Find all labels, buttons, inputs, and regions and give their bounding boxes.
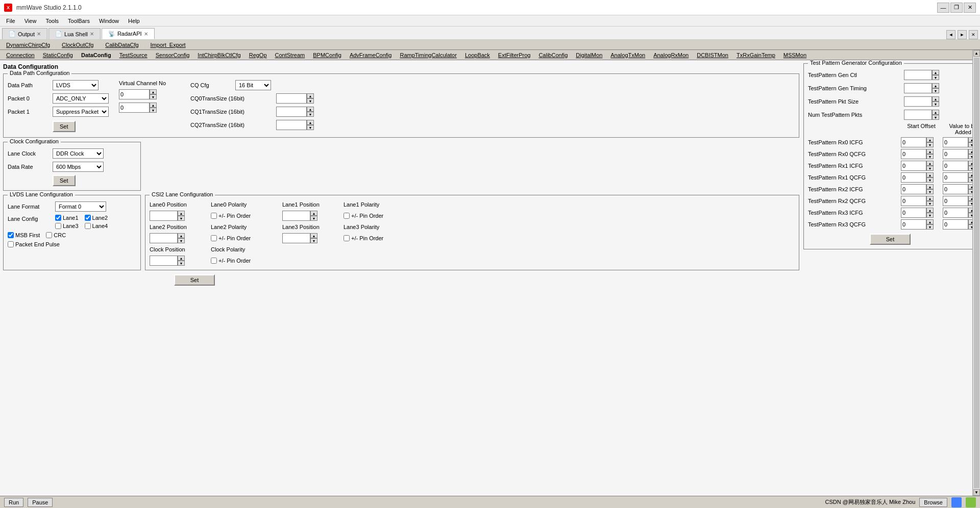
tp-start-0-input[interactable] [901,137,926,147]
section-tab-ramp[interactable]: RampTimingCalculator [396,52,460,59]
lane1-pos-up[interactable]: ▲ [310,211,317,216]
lane2-pol-check-label[interactable]: +/- Pin Order [211,235,282,241]
cq2-down[interactable]: ▼ [307,125,314,130]
lane4-checkbox-label[interactable]: Lane4 [85,223,108,229]
restore-button[interactable]: ❐ [950,3,963,13]
cq0-up[interactable]: ▲ [307,93,314,98]
tab-output-close[interactable]: ✕ [37,31,41,37]
section-tab-calibconfig[interactable]: CalibConfig [534,52,572,59]
tp-start-3-up[interactable]: ▲ [926,172,934,177]
clock-pos-up[interactable]: ▲ [178,256,185,261]
lane1-checkbox[interactable] [55,215,61,221]
tp-value-6-input[interactable] [943,208,968,218]
lane1-pol-checkbox[interactable] [344,213,350,219]
lane3-pos-input[interactable]: 5 [282,233,310,243]
tab-luashell-close[interactable]: ✕ [90,31,94,37]
tp-start-7-up[interactable]: ▲ [926,219,934,224]
section-tab-regop[interactable]: RegOp [245,52,271,59]
menu-toolbars[interactable]: ToolBars [64,17,94,25]
cq2-input[interactable]: 72 [276,120,307,130]
tab-close-all[interactable]: ✕ [969,30,978,39]
lane3-checkbox-label[interactable]: Lane3 [55,223,79,229]
section-tab-connection[interactable]: Connection [2,52,39,59]
lane1-pol-check-label[interactable]: +/- Pin Order [344,213,415,219]
tab-scroll-right[interactable]: ► [958,30,967,39]
tp-start-1-down[interactable]: ▼ [926,154,934,159]
lane3-pos-down[interactable]: ▼ [310,238,317,243]
menu-help[interactable]: Help [124,17,144,25]
lane4-checkbox[interactable] [85,223,91,229]
lane2-pol-checkbox[interactable] [211,235,217,241]
lane0-pos-input[interactable]: 1 [150,211,178,221]
clock-pol-check-label[interactable]: +/- Pin Order [211,258,282,264]
tab-radarapi[interactable]: 📡 RadarAPI ✕ [102,28,155,39]
menu-window[interactable]: Window [95,17,123,25]
pkt-size-input[interactable]: 0 [904,96,932,107]
tp-value-1-input[interactable] [943,149,968,159]
gen-ctl-down[interactable]: ▼ [932,75,939,80]
tp-start-5-up[interactable]: ▲ [926,196,934,201]
scroll-down-arrow[interactable]: ▼ [973,489,980,496]
data-path-set-button[interactable]: Set [53,121,76,132]
menu-file[interactable]: File [2,17,19,25]
cq1-down[interactable]: ▼ [307,112,314,117]
lane2-checkbox[interactable] [85,215,91,221]
tp-start-6-down[interactable]: ▼ [926,213,934,218]
packet1-select[interactable]: Suppress Packet [53,107,109,117]
cq2-up[interactable]: ▲ [307,120,314,125]
lane1-checkbox-label[interactable]: Lane1 [55,215,79,221]
data-path-select[interactable]: LVDS [53,80,99,90]
tp-start-1-up[interactable]: ▲ [926,149,934,154]
tp-set-button[interactable]: Set [870,234,911,245]
tp-start-2-up[interactable]: ▲ [926,161,934,166]
tp-value-4-input[interactable] [943,184,968,194]
num-pkts-down[interactable]: ▼ [932,115,939,120]
scroll-thumb[interactable] [974,58,979,488]
tp-start-0-up[interactable]: ▲ [926,137,934,142]
tp-start-4-input[interactable] [901,184,926,194]
crc-checkbox[interactable] [46,232,52,238]
lane2-pos-up[interactable]: ▲ [178,233,185,238]
run-button[interactable]: Run [4,498,23,507]
clock-pos-input[interactable]: 3 [150,256,178,266]
tab-radarapi-close[interactable]: ✕ [144,31,148,37]
lane0-pol-checkbox[interactable] [211,213,217,219]
tp-start-3-down[interactable]: ▼ [926,177,934,183]
tp-value-5-input[interactable] [943,196,968,206]
tab-output[interactable]: 📄 Output ✕ [2,28,47,39]
bit-select[interactable]: 16 Bit [235,80,271,90]
clock-pos-down[interactable]: ▼ [178,261,185,266]
lane3-pol-checkbox[interactable] [344,235,350,241]
tab-scroll-left[interactable]: ◄ [946,30,955,39]
msb-first-label[interactable]: MSB First [8,232,40,238]
lane1-pos-down[interactable]: ▼ [310,216,317,221]
tp-start-5-down[interactable]: ▼ [926,201,934,206]
main-scrollbar[interactable]: ▲ ▼ [972,50,980,496]
packet1-spinner-input[interactable] [119,103,150,113]
lane0-pos-down[interactable]: ▼ [178,216,185,221]
lane3-pol-check-label[interactable]: +/- Pin Order [344,235,415,241]
pkt-size-up[interactable]: ▲ [932,96,939,101]
section-tab-bpmconfig[interactable]: BPMConfig [309,52,346,59]
lane2-checkbox-label[interactable]: Lane2 [85,215,108,221]
tp-start-4-down[interactable]: ▼ [926,189,934,194]
gen-ctl-input[interactable]: 0 [904,70,932,80]
cq1-up[interactable]: ▲ [307,107,314,112]
gen-timing-down[interactable]: ▼ [932,88,939,93]
lane-format-select[interactable]: Format 0 [55,201,106,212]
lane2-pos-down[interactable]: ▼ [178,238,185,243]
section-tab-dcbist[interactable]: DCBISTMon [693,52,732,59]
nav-tab-calibdata[interactable]: CalibDataCfg [101,41,142,48]
tp-start-6-input[interactable] [901,208,926,218]
section-tab-sensorconfig[interactable]: SensorConfig [152,52,194,59]
packet1-spinner-down[interactable]: ▼ [150,108,157,113]
cq0-input[interactable]: 132 [276,93,307,104]
scroll-up-arrow[interactable]: ▲ [973,50,980,57]
section-tab-extfilter[interactable]: ExtFilterProg [494,52,535,59]
packet0-select[interactable]: ADC_ONLY [53,93,109,104]
lane0-pol-check-label[interactable]: +/- Pin Order [211,213,282,219]
tp-value-2-input[interactable] [943,161,968,171]
section-tab-contstream[interactable]: ContStream [271,52,309,59]
packet-end-checkbox[interactable] [8,241,14,247]
section-tab-dataconfig[interactable]: DataConfig [77,52,115,59]
